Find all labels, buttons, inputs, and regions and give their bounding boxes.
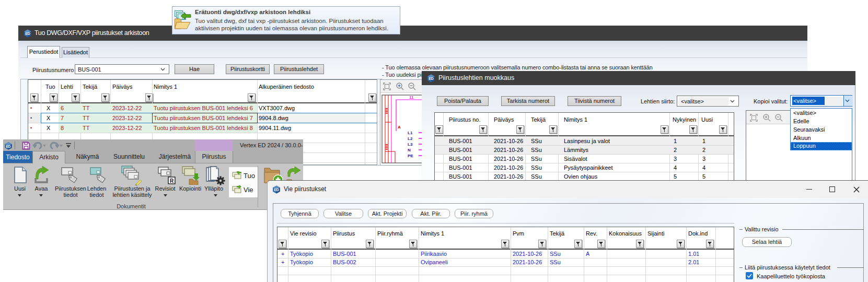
svg-text:L3: L3 (408, 142, 413, 147)
svg-text:A: A (398, 125, 401, 130)
svg-text:ED: ED (25, 32, 30, 36)
svg-text:R: R (170, 178, 174, 184)
svg-text:N: N (408, 148, 411, 152)
svg-text:PE: PE (408, 154, 413, 158)
svg-text:ED: ED (6, 145, 10, 148)
svg-text:11: 11 (409, 95, 414, 100)
svg-text:L2: L2 (408, 136, 413, 141)
svg-text:ED: ED (429, 77, 434, 80)
svg-text:ED: ED (274, 188, 279, 192)
svg-text:L1: L1 (408, 131, 413, 135)
